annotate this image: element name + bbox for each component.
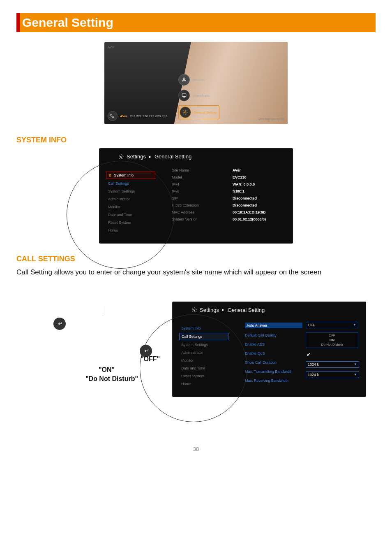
info-labels: Site Name Model IPv4 IPv6 SIP H.323 Exte… [172, 168, 229, 221]
label-show-duration[interactable]: Show Call Duration [245, 360, 302, 365]
breadcrumb-general: General Setting [154, 153, 191, 160]
side-menu: System Info Call Settings System Setting… [179, 325, 228, 387]
option-off[interactable]: OFF [308, 334, 356, 337]
sidebar-item-administrator[interactable]: Administrator [106, 196, 155, 202]
option-dnd[interactable]: Do Not Disturb [308, 343, 356, 346]
value-model: EVC130 [233, 175, 290, 179]
label-h323: H.323 Extension [172, 203, 229, 207]
max-tx-dropdown[interactable]: 1024 k ▼ [306, 361, 359, 368]
value-ipv6: fc80::1 [233, 189, 290, 193]
value-sip: Disconnected [233, 196, 290, 200]
value-ipv4: WAN: 0.0.0.0 [233, 182, 290, 186]
breadcrumb: Settings ► General Setting [191, 307, 265, 313]
label-default-quality[interactable]: Default Call Quality [245, 333, 302, 337]
show-duration-check[interactable]: ✔ [306, 352, 358, 358]
system-info-screenshot: Settings ► General Setting ✿ System Info… [99, 149, 293, 243]
sidebar-item-home[interactable]: Home [179, 381, 228, 387]
hero-screenshot: AVer Records Video/Audio [104, 42, 288, 124]
svg-point-0 [183, 78, 185, 80]
auto-answer-options-panel[interactable]: OFF ON Do Not Disturb [306, 332, 358, 348]
sidebar-item-administrator[interactable]: Administrator [179, 349, 228, 356]
label-enable-aes[interactable]: Enable AES [245, 342, 302, 346]
label-ipv6: IPv6 [172, 189, 229, 193]
breadcrumb-settings: Settings [127, 153, 146, 160]
hero-video-label: Video/Audio [192, 94, 210, 98]
sidebar-item-date-time[interactable]: Date and Time [106, 211, 155, 218]
svg-point-3 [120, 156, 122, 158]
info-values: AVer EVC130 WAN: 0.0.0.0 fc80::1 Disconn… [233, 168, 290, 221]
hero-records-label: Records [192, 78, 205, 82]
breadcrumb-settings: Settings [200, 307, 219, 313]
label-max-rx[interactable]: Max. Receiving Bandwidth [245, 379, 302, 383]
label-mac: MAC Address [172, 210, 229, 214]
enter-icon [53, 318, 66, 330]
sidebar-item-monitor[interactable]: Monitor [106, 204, 155, 210]
hero-video-icon[interactable]: Video/Audio [178, 90, 219, 101]
sidebar-item-system-settings[interactable]: System Settings [179, 341, 228, 348]
value-h323: Disconnected [233, 203, 290, 207]
on-label: "ON" [99, 366, 115, 374]
sidebar-item-call-settings[interactable]: Call Settings [179, 333, 228, 340]
hero-footer-left: AVer 292.222.220.222.020.292 [108, 111, 167, 121]
hero-brand-footer: AVer [120, 114, 127, 118]
value-mac: 00:18:1A:ED:19:8B [233, 210, 290, 214]
hero-ip: 292.222.220.222.020.292 [130, 114, 167, 118]
sidebar-item-date-time[interactable]: Date and Time [179, 365, 228, 372]
chevron-down-icon: ▼ [354, 373, 357, 376]
gear-icon [118, 154, 124, 160]
label-model: Model [172, 175, 229, 179]
label-sip: SIP [172, 196, 229, 200]
setting-values: OFF ▼ OFF ON Do Not Disturb ✔ 1024 k ▼ 1… [306, 322, 358, 378]
hero-brand: AVer [108, 45, 115, 49]
dnd-label: "Do Not Disturb" [85, 375, 138, 383]
svg-point-2 [184, 111, 186, 113]
side-menu: ✿ System Info Call Settings System Setti… [106, 172, 155, 234]
breadcrumb-general: General Setting [228, 307, 265, 313]
label-site-name: Site Name [172, 168, 229, 172]
auto-answer-value: OFF [308, 323, 315, 327]
option-on[interactable]: ON [308, 338, 356, 342]
page-title: General Setting [21, 16, 113, 29]
auto-answer-dropdown[interactable]: OFF ▼ [306, 322, 358, 328]
svg-rect-1 [182, 94, 186, 96]
value-site-name: AVer [233, 168, 290, 172]
page-number: 38 [16, 446, 376, 452]
sidebar-item-system-settings[interactable]: System Settings [106, 188, 155, 195]
breadcrumb-sep: ► [221, 308, 225, 312]
page-title-bar: General Setting [16, 13, 376, 32]
max-rx-value: 1024 k [308, 373, 319, 377]
text-cursor [103, 306, 103, 314]
max-tx-value: 1024 k [308, 362, 319, 367]
setting-labels: Auto Answer Default Call Quality Enable … [245, 323, 302, 383]
hero-setting-label: Setting [190, 117, 202, 121]
label-ipv4: IPv4 [172, 182, 229, 186]
breadcrumb: Settings ► General Setting [118, 153, 191, 160]
chevron-down-icon: ▼ [354, 362, 357, 366]
hero-general-label: General Setting [194, 111, 217, 114]
hero-records-icon[interactable]: Records [178, 74, 219, 86]
gear-icon: ✿ [108, 173, 112, 177]
chevron-down-icon: ▼ [353, 323, 356, 327]
sidebar-item-home[interactable]: Home [106, 227, 155, 234]
sidebar-item-call-settings[interactable]: Call Settings [106, 180, 155, 187]
monitor-icon [178, 90, 190, 101]
call-settings-description: Call Setting allows you to enter or chan… [16, 267, 376, 277]
sidebar-item-system-info[interactable]: System Info [179, 325, 228, 332]
call-settings-heading: CALL SETTINGS [16, 255, 376, 263]
label-max-tx[interactable]: Max. Transmitting Bandwidth [245, 369, 302, 374]
label-auto-answer[interactable]: Auto Answer [245, 323, 302, 328]
sidebar-item-system-info[interactable]: ✿ System Info [106, 172, 155, 179]
records-icon [178, 74, 190, 86]
sidebar-item-monitor[interactable]: Monitor [179, 357, 228, 364]
dial-icon[interactable] [108, 111, 118, 121]
value-version: 00.01.02.12(0000/0) [233, 217, 290, 221]
gear-icon [191, 307, 197, 313]
call-settings-screenshot: Settings ► General Setting System Info C… [173, 302, 366, 397]
breadcrumb-sep: ► [148, 155, 152, 159]
sidebar-item-reset-system[interactable]: Reset System [106, 219, 155, 226]
max-rx-dropdown[interactable]: 1024 k ▼ [306, 372, 359, 378]
gear-icon [180, 107, 191, 118]
label-enable-qos[interactable]: Enable QoS [245, 351, 302, 355]
sidebar-item-reset-system[interactable]: Reset System [179, 373, 228, 379]
label-version: System Version [172, 217, 229, 221]
